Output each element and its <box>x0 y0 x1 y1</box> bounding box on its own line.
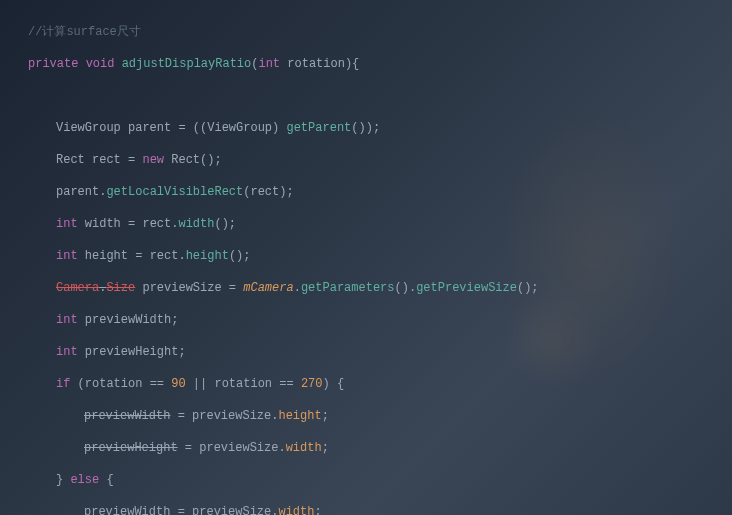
code-line: int height = rect.height(); <box>28 248 732 264</box>
code-line: parent.getLocalVisibleRect(rect); <box>28 184 732 200</box>
blank-line <box>28 88 732 104</box>
code-line: Camera.Size previewSize = mCamera.getPar… <box>28 280 732 296</box>
code-line: previewWidth = previewSize.height; <box>28 408 732 424</box>
code-line: int previewHeight; <box>28 344 732 360</box>
code-line: if (rotation == 90 || rotation == 270) { <box>28 376 732 392</box>
code-line: ViewGroup parent = ((ViewGroup) getParen… <box>28 120 732 136</box>
code-line: } else { <box>28 472 732 488</box>
code-line: previewWidth = previewSize.width; <box>28 504 732 515</box>
comment: //计算surface尺寸 <box>28 25 141 39</box>
code-line: int width = rect.width(); <box>28 216 732 232</box>
code-editor[interactable]: //计算surface尺寸 private void adjustDisplay… <box>0 0 732 515</box>
code-line: //计算surface尺寸 <box>28 24 732 40</box>
code-line: Rect rect = new Rect(); <box>28 152 732 168</box>
code-line: int previewWidth; <box>28 312 732 328</box>
code-line: private void adjustDisplayRatio(int rota… <box>28 56 732 72</box>
code-line: previewHeight = previewSize.width; <box>28 440 732 456</box>
